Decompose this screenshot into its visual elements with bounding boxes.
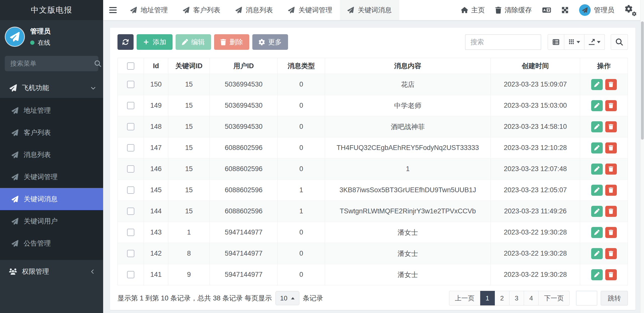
delete-button[interactable]: 删除: [214, 34, 249, 50]
table-row: 142 8 5947144977 0 潘女士 2023-03-22 19:30:…: [118, 243, 628, 264]
page-button-3[interactable]: 3: [509, 291, 524, 305]
row-edit-button[interactable]: [591, 121, 603, 132]
trash-icon: [220, 39, 226, 45]
refresh-button[interactable]: [117, 34, 134, 50]
row-edit-button[interactable]: [591, 227, 603, 238]
cell-created-at: 2023-03-23 15:03:00: [491, 95, 580, 116]
row-edit-button[interactable]: [591, 206, 603, 217]
row-edit-button[interactable]: [591, 164, 603, 175]
search-icon[interactable]: [95, 60, 101, 67]
language-switch-button[interactable]: [542, 7, 551, 14]
next-page-button[interactable]: 下一页: [539, 291, 570, 305]
sidebar-item-keyword-users[interactable]: 关键词用户: [0, 210, 103, 232]
select-all-checkbox[interactable]: [127, 62, 134, 70]
header-id[interactable]: Id: [144, 58, 168, 74]
row-checkbox[interactable]: [127, 186, 134, 194]
row-delete-button[interactable]: [605, 164, 617, 175]
row-delete-button[interactable]: [605, 248, 617, 259]
sidebar-item-keyword-messages[interactable]: 关键词消息: [0, 188, 103, 210]
row-delete-button[interactable]: [605, 142, 617, 153]
columns-dropdown-button[interactable]: [564, 34, 584, 50]
row-edit-button[interactable]: [591, 100, 603, 111]
clear-cache-link[interactable]: 清除缓存: [495, 6, 532, 15]
tab-keyword-messages[interactable]: 关键词消息: [340, 0, 399, 20]
sidebar-search-input[interactable]: [10, 60, 95, 67]
table-row: 144 15 6088602596 1 TSwtgnRLWtMQFE2Rinjr…: [118, 201, 628, 222]
pencil-icon: [594, 145, 599, 150]
cell-id: 142: [144, 243, 168, 264]
refresh-icon: [122, 39, 129, 45]
row-delete-button[interactable]: [605, 185, 617, 196]
row-checkbox[interactable]: [127, 229, 134, 236]
page-button-1[interactable]: 1: [480, 291, 495, 305]
row-checkbox[interactable]: [127, 208, 134, 215]
paper-plane-icon: [12, 196, 18, 203]
sidebar-item-message-list[interactable]: 消息列表: [0, 144, 103, 166]
home-link[interactable]: 主页: [461, 6, 485, 15]
tab-address-management[interactable]: 地址管理: [123, 0, 175, 20]
sidebar-item-customer-list[interactable]: 客户列表: [0, 122, 103, 144]
row-checkbox[interactable]: [127, 250, 134, 257]
scrollbar-thumb[interactable]: [641, 21, 644, 140]
header-user-id[interactable]: 用户ID: [210, 58, 278, 74]
more-button[interactable]: 更多: [252, 34, 288, 50]
row-checkbox[interactable]: [127, 144, 134, 151]
page-size-dropdown[interactable]: 10: [275, 291, 299, 305]
sidebar-item-address-management[interactable]: 地址管理: [0, 99, 103, 122]
header-keyword-id[interactable]: 关键词ID: [168, 58, 210, 74]
row-edit-button[interactable]: [591, 269, 603, 280]
sidebar-toggle-button[interactable]: [103, 0, 123, 20]
row-checkbox[interactable]: [127, 102, 134, 109]
jump-page-input[interactable]: [576, 291, 597, 305]
row-delete-button[interactable]: [605, 227, 617, 238]
user-panel: 管理员 在线: [0, 20, 103, 52]
pencil-icon: [594, 187, 599, 193]
sidebar-item-keyword-management[interactable]: 关键词管理: [0, 166, 103, 188]
prev-page-button[interactable]: 上一页: [449, 291, 480, 305]
cell-content: 花店: [325, 74, 491, 95]
cell-message-type: 0: [278, 159, 325, 179]
export-dropdown-button[interactable]: [584, 34, 605, 50]
user-menu[interactable]: 管理员: [579, 4, 614, 16]
online-status-dot: [30, 41, 34, 45]
settings-button[interactable]: [625, 5, 636, 15]
table-row: 150 15 5036994530 0 花店 2023-03-23 15:09:…: [118, 74, 628, 95]
cell-created-at: 2023-03-23 15:09:07: [491, 74, 580, 95]
sidebar-item-permission-management[interactable]: 权限管理: [0, 260, 103, 283]
trash-icon: [609, 82, 613, 87]
sidebar-item-announcement-management[interactable]: 公告管理: [0, 232, 103, 254]
row-edit-button[interactable]: [591, 142, 603, 153]
add-button[interactable]: 添加: [137, 34, 173, 50]
row-checkbox[interactable]: [127, 165, 134, 173]
pencil-icon: [182, 39, 188, 45]
row-delete-button[interactable]: [605, 79, 617, 90]
header-content[interactable]: 消息内容: [325, 58, 491, 74]
row-delete-button[interactable]: [605, 269, 617, 280]
tab-message-list[interactable]: 消息列表: [228, 0, 280, 20]
page-button-2[interactable]: 2: [495, 291, 509, 305]
tab-keyword-management[interactable]: 关键词管理: [280, 0, 340, 20]
toggle-pagination-button[interactable]: [548, 34, 564, 50]
row-delete-button[interactable]: [605, 121, 617, 132]
row-checkbox[interactable]: [127, 81, 134, 88]
cell-message-type: 0: [278, 137, 325, 158]
row-edit-button[interactable]: [591, 248, 603, 259]
sidebar-menu: 飞机功能 地址管理 客户列表 消息列表 关键词管理 关键词消息: [0, 78, 103, 313]
row-edit-button[interactable]: [591, 185, 603, 196]
jump-button[interactable]: 跳转: [601, 291, 628, 305]
search-button[interactable]: [611, 34, 628, 50]
header-message-type[interactable]: 消息类型: [278, 58, 325, 74]
tab-customer-list[interactable]: 客户列表: [175, 0, 228, 20]
row-checkbox[interactable]: [127, 271, 134, 278]
row-delete-button[interactable]: [605, 100, 617, 111]
page-scrollbar[interactable]: [640, 0, 644, 313]
row-checkbox[interactable]: [127, 123, 134, 130]
edit-button[interactable]: 编辑: [176, 34, 211, 50]
sidebar-section-plane-features[interactable]: 飞机功能: [0, 78, 103, 98]
fullscreen-button[interactable]: [561, 7, 569, 14]
row-delete-button[interactable]: [605, 206, 617, 217]
row-edit-button[interactable]: [591, 79, 603, 90]
table-search-input[interactable]: [465, 34, 541, 50]
page-button-4[interactable]: 4: [524, 291, 539, 305]
header-created-at[interactable]: 创建时间: [491, 58, 580, 74]
